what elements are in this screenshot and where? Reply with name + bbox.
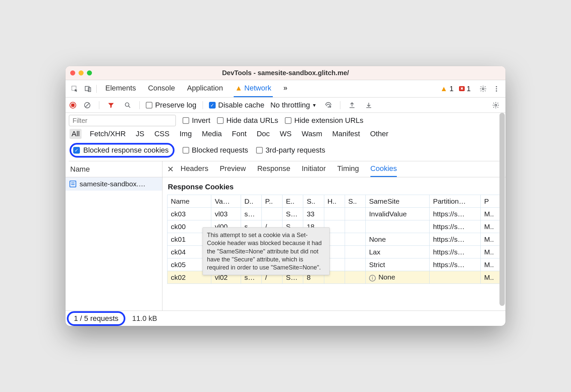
issues-warning-count[interactable]: ▲ 1 [440,84,454,93]
tab-label: Application [187,84,223,92]
cookie-cell-domain: s… [241,208,261,220]
requests-column-header-name[interactable]: Name [66,161,162,177]
kebab-menu-icon[interactable] [491,83,502,94]
cookie-cell-partition: https://s… [430,258,481,271]
checkbox[interactable] [146,102,152,109]
cookies-column-header[interactable]: Partition… [430,195,481,208]
type-filter-manifest[interactable]: Manifest [330,129,362,139]
type-filter-ws[interactable]: WS [278,129,294,139]
filter-funnel-icon[interactable] [105,100,117,111]
settings-gear-icon[interactable] [477,83,489,94]
checkbox[interactable] [183,147,189,154]
cookie-row[interactable]: ck03vl03s…S…33InvalidValuehttps://s…M.. [167,208,501,220]
tab-application[interactable]: Application [186,80,224,97]
cookies-column-header[interactable]: S.. [303,195,324,208]
preserve-log-checkbox[interactable]: Preserve log [146,101,197,110]
network-settings-gear-icon[interactable] [490,100,501,111]
cookie-cell-secure [345,220,365,233]
close-details-button[interactable]: ✕ [162,165,179,174]
type-filter-css[interactable]: CSS [152,129,172,139]
cookies-column-header[interactable]: Name [167,195,211,208]
cookies-column-header[interactable]: D.. [241,195,261,208]
device-toolbar-icon[interactable] [82,83,94,94]
svg-point-9 [328,107,329,107]
hide-data-urls-checkbox[interactable]: Hide data URLs [217,116,278,125]
blocked-requests-checkbox[interactable]: Blocked requests [183,146,248,155]
hide-extension-urls-checkbox[interactable]: Hide extension URLs [285,116,363,125]
window-controls [70,70,92,75]
type-filter-media[interactable]: Media [200,129,224,139]
more-tabs-button[interactable]: » [282,80,289,97]
cookie-cell-partition [430,271,481,284]
chevron-down-icon: ▼ [312,103,317,108]
scrollbar[interactable] [499,113,505,306]
detail-tab-response[interactable]: Response [257,161,290,177]
record-button[interactable] [70,102,76,109]
info-icon[interactable]: i [369,275,376,281]
network-conditions-icon[interactable] [323,100,334,111]
type-filter-img[interactable]: Img [178,129,194,139]
tab-console[interactable]: Console [147,80,177,97]
tab-elements[interactable]: Elements [104,80,137,97]
export-har-icon[interactable] [346,100,358,111]
svg-point-3 [482,88,484,90]
cookies-column-header[interactable]: Va… [211,195,241,208]
checkbox-label: Preserve log [155,101,197,110]
clear-button[interactable] [82,100,93,111]
type-filter-doc[interactable]: Doc [255,129,272,139]
document-icon [70,181,76,187]
panel-tab-list: Elements Console Application ▲ Network » [104,80,289,97]
request-list: samesite-sandbox.… [66,177,162,311]
requests-count: 1 / 5 requests [67,311,125,326]
throttling-select[interactable]: No throttling ▼ [270,101,317,110]
checkbox-label: 3rd-party requests [265,146,325,155]
cookies-column-header[interactable]: SameSite [365,195,429,208]
window-zoom-button[interactable] [87,70,92,75]
invert-checkbox[interactable]: Invert [183,116,210,125]
type-filter-font[interactable]: Font [230,129,249,139]
cookies-column-header[interactable]: P [481,195,501,208]
detail-tab-initiator[interactable]: Initiator [302,161,326,177]
checkbox-label: Blocked requests [192,146,248,155]
request-row[interactable]: samesite-sandbox.… [66,177,162,191]
filter-input[interactable] [69,115,176,126]
checkbox[interactable] [183,117,189,124]
cookies-column-header[interactable]: H.. [324,195,345,208]
checkbox[interactable] [209,102,216,109]
cookie-cell-samesite: None [365,233,429,246]
third-party-checkbox[interactable]: 3rd-party requests [256,146,325,155]
blocked-response-cookies-checkbox[interactable]: Blocked response cookies [70,143,175,158]
checkbox[interactable] [217,117,224,124]
checkbox[interactable] [256,147,263,154]
cookies-column-header[interactable]: S.. [345,195,365,208]
window-minimize-button[interactable] [79,70,84,75]
type-filter-fetch-xhr[interactable]: Fetch/XHR [88,129,128,139]
devtools-window: DevTools - samesite-sandbox.glitch.me/ E… [66,66,505,326]
checkbox-label: Blocked response cookies [83,146,169,155]
type-filter-wasm[interactable]: Wasm [300,129,324,139]
checkbox[interactable] [73,147,80,154]
cookies-column-header[interactable]: E.. [282,195,303,208]
inspect-element-icon[interactable] [69,83,80,94]
search-icon[interactable] [122,100,133,111]
section-title: Response Cookies [168,183,505,191]
type-filter-other[interactable]: Other [368,129,390,139]
detail-tab-cookies[interactable]: Cookies [370,161,397,177]
issues-error-count[interactable]: 1 [459,84,471,93]
cookie-cell-secure [345,271,365,284]
cookie-cell-http [324,208,345,220]
detail-tab-preview[interactable]: Preview [220,161,246,177]
network-status-bar: 1 / 5 requests 11.0 kB [66,311,505,326]
disable-cache-checkbox[interactable]: Disable cache [209,101,264,110]
import-har-icon[interactable] [363,100,374,111]
detail-tab-headers[interactable]: Headers [181,161,208,177]
window-close-button[interactable] [70,70,75,75]
type-filter-all[interactable]: All [70,129,82,139]
checkbox[interactable] [285,117,292,124]
type-filter-js[interactable]: JS [134,129,146,139]
cookies-column-header[interactable]: P.. [262,195,282,208]
cookie-cell-priority: M.. [481,246,501,258]
tab-network[interactable]: ▲ Network [234,80,272,97]
detail-tab-timing[interactable]: Timing [337,161,359,177]
svg-rect-1 [85,86,89,90]
